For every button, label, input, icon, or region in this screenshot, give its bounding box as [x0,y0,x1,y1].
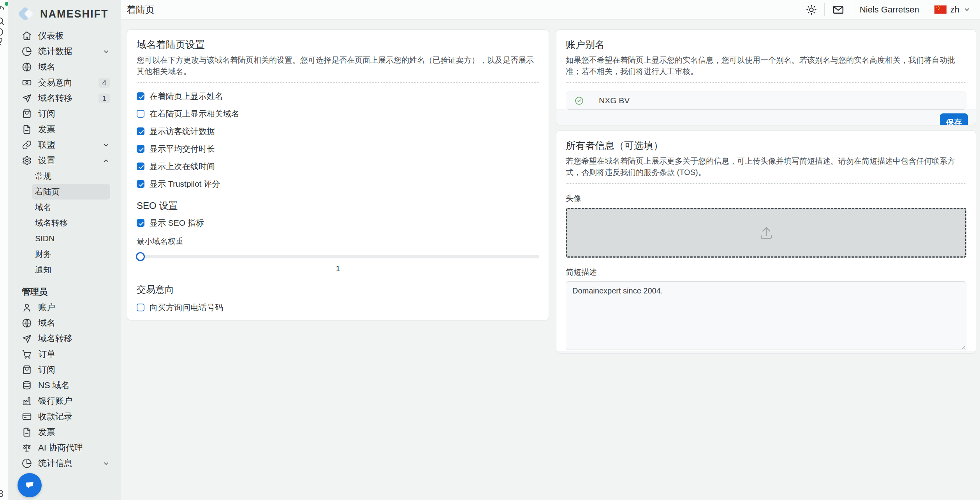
checkbox-row-show-visitor-stats[interactable]: 显示访客统计数据 [137,126,539,137]
sidebar-item-admin-domain-transfers[interactable]: 域名转移 [8,331,121,346]
send-icon [22,334,32,344]
checkbox[interactable] [137,127,144,135]
banknote-icon [22,78,32,88]
sidebar-item-admin-payments[interactable]: 收款记录 [8,409,121,424]
sidebar-item-domains[interactable]: 域名 [8,59,121,75]
checkbox-row-show-related-domains[interactable]: 在着陆页上显示相关域名 [137,108,539,119]
sidebar-item-admin-invoices[interactable]: 发票 [8,424,121,440]
sidebar-item-invoices[interactable]: 发票 [8,122,121,137]
sidebar-subitem-general[interactable]: 常规 [32,168,110,184]
count-badge: 4 [99,78,110,88]
separator [824,3,825,16]
sidebar: NAMESHIFT 仪表板 统计数据 域名 交易意向 4 [8,0,121,500]
short-description-label: 简短描述 [566,267,966,277]
sidebar-item-deal-intents[interactable]: 交易意向 4 [8,75,121,90]
checkbox[interactable] [137,219,144,227]
mail-icon[interactable] [832,4,845,16]
check-circle-icon [574,96,584,106]
language-code: zh [950,5,959,15]
sidebar-item-admin-statistics[interactable]: 统计信息 [8,456,121,471]
checkbox-row-show-avg-delivery[interactable]: 显示平均交付时长 [137,143,539,154]
language-selector[interactable]: zh [934,5,971,15]
clipped-icon [0,27,5,37]
sidebar-item-settings[interactable]: 设置 [8,153,121,168]
sidebar-item-admin-bank-accounts[interactable]: 银行账户 [8,393,121,409]
clipped-icon [0,5,5,15]
brand-logo[interactable]: NAMESHIFT [8,0,121,28]
sidebar-item-affiliate[interactable]: 联盟 [8,137,121,153]
min-domain-authority-slider[interactable] [137,252,539,261]
pie-chart-icon [22,458,32,468]
slider-value: 1 [137,264,539,273]
sidebar-item-dashboard[interactable]: 仪表板 [8,28,121,44]
checkbox-row-ask-phone[interactable]: 向买方询问电话号码 [137,302,539,313]
sidebar-item-domain-transfers[interactable]: 域名转移 1 [8,90,121,106]
sidebar-subitem-sidn[interactable]: SIDN [32,231,110,246]
short-description-textarea[interactable]: Domainexpert since 2004. [566,281,966,350]
card-description: 您可以在下方更改与该域名着陆页相关的设置。您可选择是否在页面上展示您的姓名（已验… [137,55,539,77]
brand-logo-icon [17,5,37,23]
checkbox-row-show-trustpilot[interactable]: 显示 Trustpilot 评分 [137,178,539,189]
intent-section-heading: 交易意向 [137,283,539,296]
file-text-icon [22,427,32,437]
credit-card-icon [22,412,32,422]
avatar-upload-dropzone[interactable] [566,208,966,258]
shopping-bag-icon [22,365,32,375]
sidebar-subitem-domains[interactable]: 域名 [32,200,110,215]
chevron-down-icon [102,141,110,149]
card-title: 所有者信息（可选填） [566,139,966,152]
avatar-label: 头像 [566,193,966,204]
short-description-area: Domainexpert since 2004. [566,281,966,352]
checkbox[interactable] [137,145,144,153]
sidebar-subitem-domain-transfers[interactable]: 域名转移 [32,215,110,231]
sidebar-item-admin-orders[interactable]: 订单 [8,346,121,362]
brand-name: NAMESHIFT [40,8,109,20]
topbar-right: Niels Garretsen zh [806,3,980,16]
sidebar-item-admin-ns-domains[interactable]: NS 域名 [8,378,121,393]
alias-value: NXG BV [599,96,630,105]
checkbox[interactable] [137,92,144,100]
sidebar-subitem-notifications[interactable]: 通知 [32,262,110,277]
chat-button[interactable] [18,473,42,497]
slider-handle[interactable] [136,252,145,261]
checkbox-row-ask-company[interactable]: 向买方询问公司名称 [137,320,539,320]
china-flag-icon [934,5,947,14]
checkbox[interactable] [137,163,144,170]
main-nav: 仪表板 统计数据 域名 交易意向 4 域名转移 1 [8,28,121,471]
admin-section-label: 管理员 [8,284,121,300]
bank-icon [22,396,32,406]
separator [852,3,852,16]
theme-toggle-sun-icon[interactable] [806,4,817,15]
count-badge: 1 [99,94,110,103]
card-footer: 保存 [556,110,976,125]
sidebar-item-admin-accounts[interactable]: 账户 [8,300,121,315]
user-name[interactable]: Niels Garretsen [860,5,919,15]
sidebar-subitem-finance[interactable]: 财务 [32,246,110,262]
chevron-down-icon [102,460,110,467]
card-footer: 保存 [556,352,976,353]
sidebar-item-subscriptions[interactable]: 订阅 [8,106,121,122]
cart-icon [22,349,32,359]
card-title: 账户别名 [566,38,966,51]
slider-track[interactable] [138,255,539,258]
alias-input[interactable]: NXG BV [566,92,966,110]
save-button[interactable]: 保存 [940,113,968,125]
settings-subnav: 常规 着陆页 域名 域名转移 SIDN 财务 通知 [8,168,121,277]
sidebar-item-statistics[interactable]: 统计数据 [8,44,121,59]
seo-section-heading: SEO 设置 [137,200,539,212]
checkbox-row-show-last-online[interactable]: 显示上次在线时间 [137,161,539,172]
sidebar-subitem-landing-page[interactable]: 着陆页 [32,184,110,200]
sidebar-item-admin-ai-agent[interactable]: AI 协商代理 [8,440,121,456]
main-content: 域名着陆页设置 您可以在下方更改与该域名着陆页相关的设置。您可选择是否在页面上展… [121,19,980,500]
sidebar-item-admin-subscriptions[interactable]: 订阅 [8,362,121,378]
clipped-number: 3 [0,489,4,499]
separator [927,3,927,16]
sidebar-item-admin-domains[interactable]: 域名 [8,315,121,331]
checkbox-row-show-name[interactable]: 在着陆页上显示姓名 [137,91,539,102]
checkbox[interactable] [137,110,144,118]
checkbox-row-show-seo-metrics[interactable]: 显示 SEO 指标 [137,217,539,228]
card-title: 域名着陆页设置 [137,38,539,51]
checkbox[interactable] [137,304,144,311]
chevron-down-icon [102,48,110,55]
checkbox[interactable] [137,180,144,188]
